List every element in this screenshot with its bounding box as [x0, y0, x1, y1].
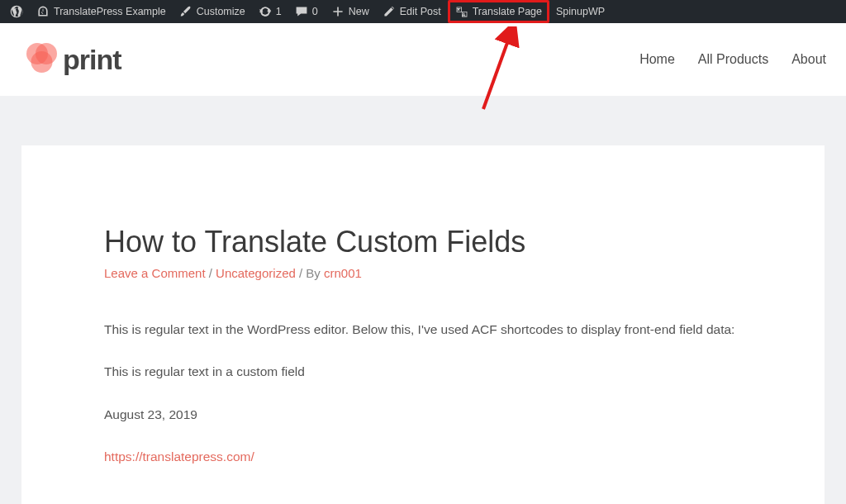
content-paragraph-2: This is regular text in a custom field	[104, 362, 742, 381]
main-nav: Home All Products About	[639, 52, 826, 67]
updates-count: 1	[276, 6, 282, 17]
by-label: By	[306, 266, 321, 280]
edit-post-label: Edit Post	[400, 6, 441, 17]
wp-admin-bar: TranslatePress Example Customize 1 0 New…	[0, 0, 846, 23]
refresh-icon	[259, 5, 272, 18]
site-header: print Home All Products About	[0, 23, 846, 96]
post-content: This is regular text in the WordPress ed…	[104, 320, 742, 466]
new-label: New	[349, 6, 369, 17]
site-logo[interactable]: print	[23, 41, 121, 78]
translate-icon	[455, 5, 468, 18]
logo-text: print	[63, 44, 121, 76]
category-link[interactable]: Uncategorized	[216, 266, 296, 280]
author-link[interactable]: crn001	[324, 266, 362, 280]
new-content-menu[interactable]: New	[325, 0, 376, 23]
pencil-icon	[383, 5, 396, 18]
post-card: How to Translate Custom Fields Leave a C…	[21, 145, 825, 504]
comments-count: 0	[312, 6, 318, 17]
content-paragraph-3: August 23, 2019	[104, 405, 742, 424]
edit-post-menu[interactable]: Edit Post	[376, 0, 448, 23]
translate-page-label: Translate Page	[473, 6, 542, 17]
site-name-label: TranslatePress Example	[54, 6, 166, 17]
comments-menu[interactable]: 0	[288, 0, 325, 23]
customize-menu[interactable]: Customize	[173, 0, 252, 23]
spinupwp-menu[interactable]: SpinupWP	[549, 0, 611, 23]
page-body: How to Translate Custom Fields Leave a C…	[0, 96, 846, 504]
post-title: How to Translate Custom Fields	[104, 225, 742, 259]
nav-all-products[interactable]: All Products	[698, 52, 768, 67]
content-link[interactable]: https://translatepress.com/	[104, 449, 254, 464]
leave-comment-link[interactable]: Leave a Comment	[104, 266, 206, 280]
translate-page-menu[interactable]: Translate Page	[448, 0, 549, 23]
wordpress-icon	[10, 5, 23, 18]
wp-logo-menu[interactable]	[3, 0, 30, 23]
dashboard-icon	[36, 5, 50, 18]
nav-about[interactable]: About	[791, 52, 826, 67]
logo-mark	[23, 41, 59, 78]
customize-label: Customize	[197, 6, 245, 17]
meta-sep-1: /	[209, 266, 212, 280]
updates-menu[interactable]: 1	[252, 0, 288, 23]
spinupwp-label: SpinupWP	[556, 6, 605, 17]
svg-point-2	[31, 51, 53, 73]
post-meta: Leave a Comment / Uncategorized / By crn…	[104, 266, 742, 280]
plus-icon	[331, 5, 345, 18]
site-name-menu[interactable]: TranslatePress Example	[30, 0, 173, 23]
meta-sep-2: /	[299, 266, 302, 280]
nav-home[interactable]: Home	[639, 52, 675, 67]
brush-icon	[179, 5, 192, 18]
comment-icon	[295, 5, 308, 18]
content-paragraph-1: This is regular text in the WordPress ed…	[104, 320, 742, 339]
